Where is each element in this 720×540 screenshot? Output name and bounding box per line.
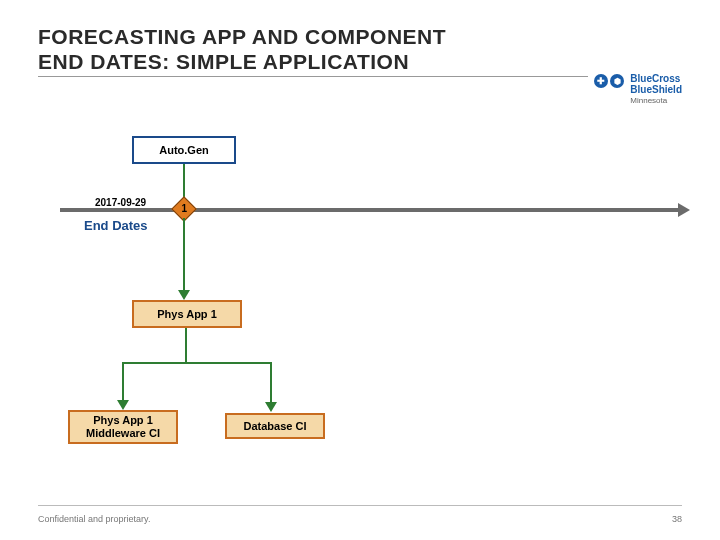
title-line-1: FORECASTING APP AND COMPONENT: [38, 25, 446, 48]
diagram-stage: Auto.Gen 2017-09-29 1 End Dates Phys App…: [0, 100, 720, 480]
connector-autogen-to-marker: [183, 164, 185, 200]
blue-shield-icon: ⬢: [610, 74, 624, 88]
footer-confidential: Confidential and proprietary.: [38, 514, 150, 524]
brand-logo-marks: ✚ ⬢: [594, 74, 624, 88]
arrowhead-to-physapp: [178, 290, 190, 300]
connector-to-database: [270, 362, 272, 404]
arrowhead-to-middleware: [117, 400, 129, 410]
box-autogen-label: Auto.Gen: [159, 144, 209, 157]
slide-title: FORECASTING APP AND COMPONENT END DATES:…: [38, 24, 446, 74]
brand-line-2: BlueShield: [630, 85, 682, 96]
title-line-2: END DATES: SIMPLE APPLICATION: [38, 50, 409, 73]
box-database-label: Database CI: [244, 420, 307, 433]
connector-marker-to-physapp: [183, 218, 185, 292]
timeline-arrow: [60, 208, 680, 212]
page-number: 38: [672, 514, 682, 524]
box-middleware: Phys App 1 Middleware CI: [68, 410, 178, 444]
connector-horizontal-split: [122, 362, 272, 364]
box-database: Database CI: [225, 413, 325, 439]
box-physapp: Phys App 1: [132, 300, 242, 328]
brand-line-1: BlueCross: [630, 74, 682, 85]
box-middleware-label: Phys App 1 Middleware CI: [86, 414, 160, 439]
blue-cross-icon: ✚: [594, 74, 608, 88]
arrowhead-to-database: [265, 402, 277, 412]
timeline-marker-number: 1: [181, 203, 187, 214]
title-underline: [38, 76, 682, 77]
footer-rule: [38, 505, 682, 506]
connector-physapp-down: [185, 328, 187, 362]
box-physapp-label: Phys App 1: [157, 308, 217, 321]
box-autogen: Auto.Gen: [132, 136, 236, 164]
end-dates-label: End Dates: [84, 218, 148, 233]
timeline-date: 2017-09-29: [95, 197, 146, 208]
connector-to-middleware: [122, 362, 124, 402]
